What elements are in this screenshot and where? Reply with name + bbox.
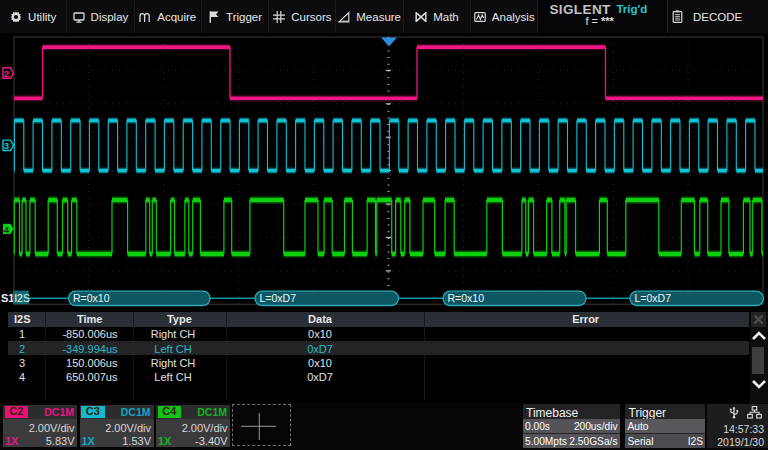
svg-text:3: 3 bbox=[4, 140, 9, 151]
svg-text:4: 4 bbox=[4, 224, 10, 235]
svg-text:L=0xD7: L=0xD7 bbox=[260, 292, 297, 304]
svg-text:R=0x10: R=0x10 bbox=[73, 292, 110, 304]
svg-text:S1: S1 bbox=[1, 292, 14, 304]
svg-text:R=0x10: R=0x10 bbox=[448, 292, 485, 304]
svg-text:L=0xD7: L=0xD7 bbox=[635, 292, 672, 304]
svg-text:I2S: I2S bbox=[14, 292, 30, 304]
svg-text:2: 2 bbox=[4, 68, 9, 79]
